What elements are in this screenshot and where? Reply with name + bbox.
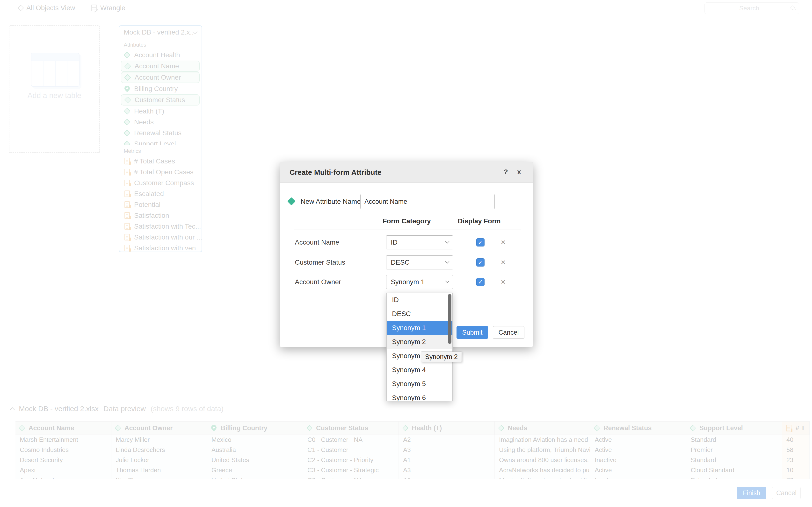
display-form-column-header: Display Form [444,217,514,225]
dropdown-option-synonym-5[interactable]: Synonym 5 [387,377,452,391]
form-row-label: Account Name [295,235,339,249]
new-attribute-name-label: New Attribute Name: [301,194,363,209]
form-row-customer-status: Customer StatusDESC✓✕ [280,256,533,270]
remove-row-icon[interactable]: ✕ [499,235,507,249]
selected-value: DESC [391,259,410,266]
dropdown-option-desc[interactable]: DESC [387,307,452,321]
form-category-column-header: Form Category [372,217,442,225]
display-form-checkbox[interactable]: ✓ [476,278,485,286]
dialog-title: Create Multi-form Attribute [290,162,382,182]
cancel-button[interactable]: Cancel [493,326,524,339]
selected-value: Synonym 1 [391,278,424,286]
form-row-account-name: Account NameID✓✕ [280,235,533,249]
help-icon[interactable]: ? [502,162,510,181]
close-icon[interactable]: x [515,162,523,181]
attribute-diamond-icon [287,197,296,206]
selected-value: ID [391,238,398,246]
dialog-header: Create Multi-form Attribute ? x [280,162,533,182]
scrollbar-thumb[interactable] [448,294,451,344]
form-row-label: Customer Status [295,256,345,270]
form-category-select[interactable]: ID [386,235,453,249]
dropdown-option-synonym-6[interactable]: Synonym 6 [387,391,452,401]
form-category-select[interactable]: Synonym 1 [386,275,453,289]
option-tooltip: Synonym 2 [421,351,462,362]
chevron-down-icon [445,239,450,243]
remove-row-icon[interactable]: ✕ [499,256,507,270]
form-row-account-owner: Account OwnerSynonym 1✓✕ [280,275,533,289]
chevron-down-icon [445,279,450,283]
display-form-checkbox[interactable]: ✓ [476,238,485,246]
form-row-label: Account Owner [295,275,341,289]
dropdown-option-synonym-4[interactable]: Synonym 4 [387,363,452,377]
display-form-checkbox[interactable]: ✓ [476,258,485,267]
chevron-down-icon [445,260,450,264]
dropdown-option-synonym-2[interactable]: Synonym 2 [387,335,452,349]
dropdown-option-synonym-1[interactable]: Synonym 1 [387,321,452,335]
form-category-dropdown-list: IDDESCSynonym 1Synonym 2Synonym 3Synonym… [387,293,453,401]
new-attribute-name-input[interactable] [360,194,495,209]
dropdown-option-id[interactable]: ID [387,293,452,307]
remove-row-icon[interactable]: ✕ [499,275,507,289]
submit-button[interactable]: Submit [457,326,488,339]
form-category-select[interactable]: DESC [386,256,453,270]
